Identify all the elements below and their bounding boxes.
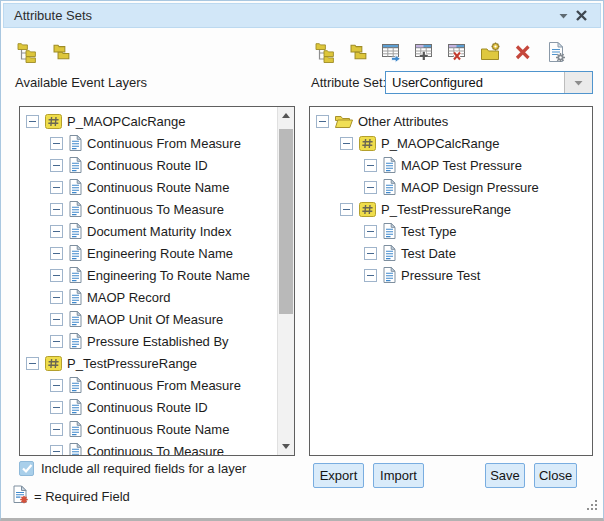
tree-item[interactable]: Engineering Route Name — [20, 242, 277, 264]
tree-item[interactable]: Pressure Test — [310, 264, 592, 286]
toolbar-right — [313, 40, 568, 64]
tree-item[interactable]: P_MAOPCalcRange — [310, 132, 592, 154]
event-layer-icon — [45, 114, 62, 129]
collapse-toggle[interactable] — [340, 137, 353, 150]
collapse-toggle[interactable] — [364, 181, 377, 194]
tree-item-label: Continuous From Measure — [87, 136, 241, 151]
tree-item-label: Continuous To Measure — [87, 444, 224, 457]
tree-item[interactable]: Pressure Established By — [20, 330, 277, 352]
available-layers-tree-panel: P_MAOPCalcRange Continuous From Measure … — [19, 106, 295, 456]
tree-item[interactable]: Test Type — [310, 220, 592, 242]
collapse-toggle[interactable] — [364, 225, 377, 238]
tree-item[interactable]: P_MAOPCalcRange — [20, 110, 277, 132]
tree-item[interactable]: Continuous Route Name — [20, 176, 277, 198]
new-attribute-set-tree-icon[interactable] — [15, 40, 39, 64]
field-icon — [69, 311, 82, 327]
resize-grip[interactable] — [586, 499, 598, 514]
folders-icon[interactable] — [49, 40, 73, 64]
tree-item[interactable]: Continuous Route ID — [20, 396, 277, 418]
tree-item[interactable]: P_TestPressureRange — [310, 198, 592, 220]
collapse-toggle[interactable] — [50, 335, 63, 348]
collapse-toggle[interactable] — [316, 115, 329, 128]
collapse-toggle[interactable] — [26, 357, 39, 370]
tree-item[interactable]: MAOP Design Pressure — [310, 176, 592, 198]
collapse-toggle[interactable] — [50, 203, 63, 216]
tree-item-label: Continuous From Measure — [87, 378, 241, 393]
collapse-toggle[interactable] — [50, 423, 63, 436]
collapse-toggle[interactable] — [50, 401, 63, 414]
collapse-toggle[interactable] — [50, 291, 63, 304]
tree-item[interactable]: Continuous To Measure — [20, 440, 277, 456]
tree-item[interactable]: Engineering To Route Name — [20, 264, 277, 286]
tree-item-label: MAOP Unit Of Measure — [87, 312, 223, 327]
collapse-toggle[interactable] — [50, 247, 63, 260]
tree-item[interactable]: P_TestPressureRange — [20, 352, 277, 374]
tree-item-label: P_MAOPCalcRange — [67, 114, 186, 129]
tree-item[interactable]: MAOP Test Pressure — [310, 154, 592, 176]
tree-item-label: Engineering Route Name — [87, 246, 233, 261]
tree-item-label: Test Type — [401, 224, 456, 239]
tree-item[interactable]: MAOP Record — [20, 286, 277, 308]
collapse-toggle[interactable] — [26, 115, 39, 128]
new-attribute-set-tree-icon[interactable] — [313, 40, 337, 64]
tree-item-label: Test Date — [401, 246, 456, 261]
save-button[interactable]: Save — [485, 463, 525, 488]
dropdown-button[interactable] — [564, 72, 592, 93]
collapse-toggle[interactable] — [340, 203, 353, 216]
event-layer-icon — [45, 356, 62, 371]
tree-item-label: P_MAOPCalcRange — [381, 136, 500, 151]
include-required-fields-checkbox[interactable] — [19, 461, 34, 476]
scroll-up-icon[interactable] — [278, 107, 294, 124]
tree-item-label: Other Attributes — [358, 114, 448, 129]
scroll-down-icon[interactable] — [278, 438, 294, 455]
collapse-toggle[interactable] — [364, 269, 377, 282]
titlebar[interactable]: Attribute Sets — [3, 3, 601, 28]
collapse-toggle[interactable] — [50, 225, 63, 238]
required-field-legend: = Required Field — [34, 489, 130, 504]
tree-item[interactable]: Continuous To Measure — [20, 198, 277, 220]
folders-icon[interactable] — [346, 40, 370, 64]
tree-item[interactable]: Document Maturity Index — [20, 220, 277, 242]
import-button[interactable]: Import — [373, 463, 424, 488]
field-icon — [383, 157, 396, 173]
scrollbar-thumb[interactable] — [279, 129, 293, 314]
collapse-toggle[interactable] — [50, 159, 63, 172]
tree-item[interactable]: Other Attributes — [310, 110, 592, 132]
tree-item[interactable]: Continuous Route ID — [20, 154, 277, 176]
export-button[interactable]: Export — [313, 463, 364, 488]
collapse-toggle[interactable] — [364, 159, 377, 172]
event-layer-icon — [359, 136, 376, 151]
collapse-toggle[interactable] — [364, 247, 377, 260]
close-button[interactable]: Close — [534, 463, 577, 488]
attribute-set-dropdown[interactable]: UserConfigured — [385, 71, 593, 94]
collapse-toggle[interactable] — [50, 445, 63, 457]
collapse-toggle[interactable] — [50, 379, 63, 392]
tree-item[interactable]: Continuous From Measure — [20, 132, 277, 154]
event-layer-icon — [359, 202, 376, 217]
field-icon — [69, 201, 82, 217]
tree-item-label: Document Maturity Index — [87, 224, 232, 239]
tree-item[interactable]: MAOP Unit Of Measure — [20, 308, 277, 330]
tree-item[interactable]: Continuous Route Name — [20, 418, 277, 440]
collapse-toggle[interactable] — [50, 137, 63, 150]
folder-gear-icon[interactable] — [478, 40, 502, 64]
table-add-icon[interactable] — [412, 40, 436, 64]
report-gear-icon[interactable] — [544, 40, 568, 64]
collapse-toggle[interactable] — [50, 313, 63, 326]
table-delete-icon[interactable] — [445, 40, 469, 64]
field-icon — [69, 399, 82, 415]
close-icon[interactable] — [572, 7, 590, 25]
delete-icon[interactable] — [511, 40, 535, 64]
collapse-toggle[interactable] — [50, 269, 63, 282]
tree-item-label: Continuous Route Name — [87, 180, 229, 195]
dropdown-caret-icon[interactable] — [554, 7, 572, 25]
tree-item[interactable]: Continuous From Measure — [20, 374, 277, 396]
available-event-layers-label: Available Event Layers — [15, 75, 147, 90]
vertical-scrollbar[interactable] — [277, 107, 294, 455]
table-export-icon[interactable] — [379, 40, 403, 64]
field-icon — [69, 289, 82, 305]
tree-item[interactable]: Test Date — [310, 242, 592, 264]
tree-item-label: Continuous Route ID — [87, 400, 208, 415]
tree-item-label: Continuous To Measure — [87, 202, 224, 217]
collapse-toggle[interactable] — [50, 181, 63, 194]
